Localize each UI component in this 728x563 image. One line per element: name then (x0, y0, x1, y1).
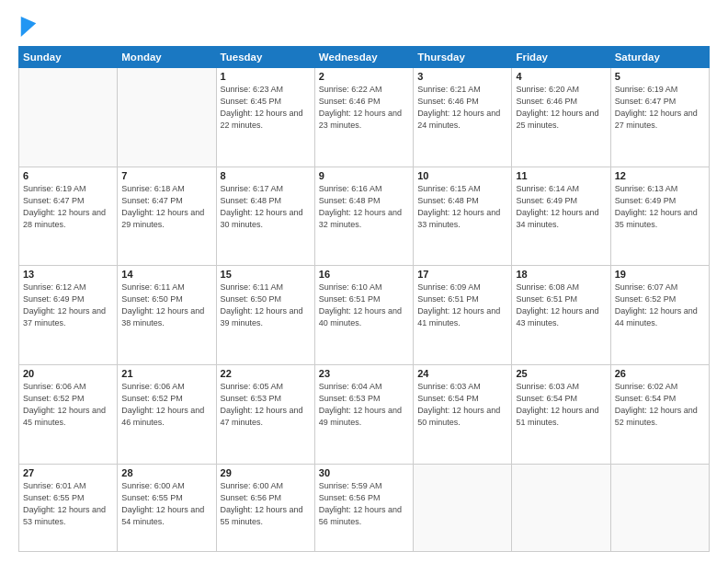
day-cell (118, 68, 216, 167)
day-number: 1 (221, 71, 311, 82)
day-detail: Sunrise: 6:11 AM Sunset: 6:50 PM Dayligh… (121, 282, 211, 329)
day-detail: Sunrise: 6:18 AM Sunset: 6:47 PM Dayligh… (121, 183, 211, 231)
day-detail: Sunrise: 6:16 AM Sunset: 6:48 PM Dayligh… (319, 183, 409, 231)
day-number: 19 (615, 269, 705, 280)
day-detail: Sunrise: 6:10 AM Sunset: 6:51 PM Dayligh… (319, 282, 409, 329)
week-row-2: 6Sunrise: 6:19 AM Sunset: 6:47 PM Daylig… (19, 167, 710, 266)
day-detail: Sunrise: 5:59 AM Sunset: 6:56 PM Dayligh… (319, 480, 409, 528)
logo-icon (20, 17, 37, 37)
day-cell: 18Sunrise: 6:08 AM Sunset: 6:51 PM Dayli… (512, 266, 610, 365)
day-number: 4 (516, 71, 606, 82)
day-cell: 21Sunrise: 6:06 AM Sunset: 6:52 PM Dayli… (118, 364, 216, 464)
day-cell: 3Sunrise: 6:21 AM Sunset: 6:46 PM Daylig… (414, 68, 512, 167)
week-row-4: 20Sunrise: 6:06 AM Sunset: 6:52 PM Dayli… (19, 364, 710, 464)
day-detail: Sunrise: 6:02 AM Sunset: 6:54 PM Dayligh… (615, 381, 705, 429)
day-detail: Sunrise: 6:05 AM Sunset: 6:53 PM Dayligh… (221, 381, 311, 429)
day-detail: Sunrise: 6:09 AM Sunset: 6:51 PM Dayligh… (417, 282, 507, 329)
day-number: 23 (319, 368, 409, 379)
day-cell (19, 68, 118, 167)
day-detail: Sunrise: 6:07 AM Sunset: 6:52 PM Dayligh… (615, 282, 705, 329)
day-number: 3 (417, 71, 507, 82)
day-cell: 6Sunrise: 6:19 AM Sunset: 6:47 PM Daylig… (19, 167, 118, 266)
calendar-table: SundayMondayTuesdayWednesdayThursdayFrid… (18, 46, 710, 552)
day-number: 14 (121, 269, 211, 280)
weekday-header-saturday: Saturday (610, 47, 709, 68)
day-number: 9 (319, 170, 409, 181)
day-number: 11 (516, 170, 606, 181)
day-detail: Sunrise: 6:01 AM Sunset: 6:55 PM Dayligh… (23, 480, 113, 528)
day-cell: 17Sunrise: 6:09 AM Sunset: 6:51 PM Dayli… (414, 266, 512, 365)
day-detail: Sunrise: 6:08 AM Sunset: 6:51 PM Dayligh… (516, 282, 606, 329)
svg-marker-0 (21, 17, 37, 37)
day-cell: 11Sunrise: 6:14 AM Sunset: 6:49 PM Dayli… (512, 167, 610, 266)
day-number: 30 (319, 467, 409, 478)
day-detail: Sunrise: 6:19 AM Sunset: 6:47 PM Dayligh… (615, 84, 705, 132)
day-number: 20 (23, 368, 113, 379)
day-detail: Sunrise: 6:17 AM Sunset: 6:48 PM Dayligh… (221, 183, 311, 231)
day-detail: Sunrise: 6:06 AM Sunset: 6:52 PM Dayligh… (23, 381, 113, 429)
day-cell: 9Sunrise: 6:16 AM Sunset: 6:48 PM Daylig… (314, 167, 413, 266)
day-detail: Sunrise: 6:03 AM Sunset: 6:54 PM Dayligh… (417, 381, 507, 429)
day-detail: Sunrise: 6:20 AM Sunset: 6:46 PM Dayligh… (516, 84, 606, 132)
logo-block (18, 17, 37, 37)
day-cell: 25Sunrise: 6:03 AM Sunset: 6:54 PM Dayli… (512, 364, 610, 464)
day-cell: 14Sunrise: 6:11 AM Sunset: 6:50 PM Dayli… (118, 266, 216, 365)
day-cell: 27Sunrise: 6:01 AM Sunset: 6:55 PM Dayli… (19, 464, 118, 551)
day-detail: Sunrise: 6:12 AM Sunset: 6:49 PM Dayligh… (23, 282, 113, 329)
day-detail: Sunrise: 6:15 AM Sunset: 6:48 PM Dayligh… (417, 183, 507, 231)
day-cell: 15Sunrise: 6:11 AM Sunset: 6:50 PM Dayli… (216, 266, 314, 365)
day-number: 7 (121, 170, 211, 181)
day-number: 5 (615, 71, 705, 82)
day-number: 16 (319, 269, 409, 280)
day-detail: Sunrise: 6:14 AM Sunset: 6:49 PM Dayligh… (516, 183, 606, 231)
day-detail: Sunrise: 6:11 AM Sunset: 6:50 PM Dayligh… (221, 282, 311, 329)
day-number: 8 (221, 170, 311, 181)
week-row-3: 13Sunrise: 6:12 AM Sunset: 6:49 PM Dayli… (19, 266, 710, 365)
week-row-1: 1Sunrise: 6:23 AM Sunset: 6:45 PM Daylig… (19, 68, 710, 167)
day-detail: Sunrise: 6:23 AM Sunset: 6:45 PM Dayligh… (221, 84, 311, 132)
day-cell: 29Sunrise: 6:00 AM Sunset: 6:56 PM Dayli… (216, 464, 314, 551)
day-cell: 7Sunrise: 6:18 AM Sunset: 6:47 PM Daylig… (118, 167, 216, 266)
day-cell: 12Sunrise: 6:13 AM Sunset: 6:49 PM Dayli… (610, 167, 709, 266)
day-detail: Sunrise: 6:00 AM Sunset: 6:56 PM Dayligh… (221, 480, 311, 528)
day-number: 17 (417, 269, 507, 280)
weekday-header-sunday: Sunday (19, 47, 118, 68)
day-number: 29 (221, 467, 311, 478)
day-cell: 8Sunrise: 6:17 AM Sunset: 6:48 PM Daylig… (216, 167, 314, 266)
day-cell (610, 464, 709, 551)
logo (18, 17, 37, 37)
day-number: 25 (516, 368, 606, 379)
day-detail: Sunrise: 6:00 AM Sunset: 6:55 PM Dayligh… (121, 480, 211, 528)
day-cell (512, 464, 610, 551)
day-cell: 24Sunrise: 6:03 AM Sunset: 6:54 PM Dayli… (414, 364, 512, 464)
day-cell: 26Sunrise: 6:02 AM Sunset: 6:54 PM Dayli… (610, 364, 709, 464)
day-number: 13 (23, 269, 113, 280)
day-number: 15 (221, 269, 311, 280)
weekday-header-monday: Monday (118, 47, 216, 68)
day-cell: 28Sunrise: 6:00 AM Sunset: 6:55 PM Dayli… (118, 464, 216, 551)
day-number: 6 (23, 170, 113, 181)
day-number: 22 (221, 368, 311, 379)
weekday-header-friday: Friday (512, 47, 610, 68)
day-cell: 23Sunrise: 6:04 AM Sunset: 6:53 PM Dayli… (314, 364, 413, 464)
day-detail: Sunrise: 6:22 AM Sunset: 6:46 PM Dayligh… (319, 84, 409, 132)
weekday-header-wednesday: Wednesday (314, 47, 413, 68)
day-detail: Sunrise: 6:21 AM Sunset: 6:46 PM Dayligh… (417, 84, 507, 132)
day-detail: Sunrise: 6:03 AM Sunset: 6:54 PM Dayligh… (516, 381, 606, 429)
day-cell (414, 464, 512, 551)
day-number: 10 (417, 170, 507, 181)
day-number: 27 (23, 467, 113, 478)
weekday-header-thursday: Thursday (414, 47, 512, 68)
page: SundayMondayTuesdayWednesdayThursdayFrid… (0, 0, 728, 563)
header (18, 17, 710, 37)
day-cell: 16Sunrise: 6:10 AM Sunset: 6:51 PM Dayli… (314, 266, 413, 365)
day-cell: 5Sunrise: 6:19 AM Sunset: 6:47 PM Daylig… (610, 68, 709, 167)
weekday-header-tuesday: Tuesday (216, 47, 314, 68)
day-cell: 19Sunrise: 6:07 AM Sunset: 6:52 PM Dayli… (610, 266, 709, 365)
day-detail: Sunrise: 6:04 AM Sunset: 6:53 PM Dayligh… (319, 381, 409, 429)
day-detail: Sunrise: 6:19 AM Sunset: 6:47 PM Dayligh… (23, 183, 113, 231)
day-number: 18 (516, 269, 606, 280)
day-number: 26 (615, 368, 705, 379)
day-number: 28 (121, 467, 211, 478)
day-cell: 30Sunrise: 5:59 AM Sunset: 6:56 PM Dayli… (314, 464, 413, 551)
